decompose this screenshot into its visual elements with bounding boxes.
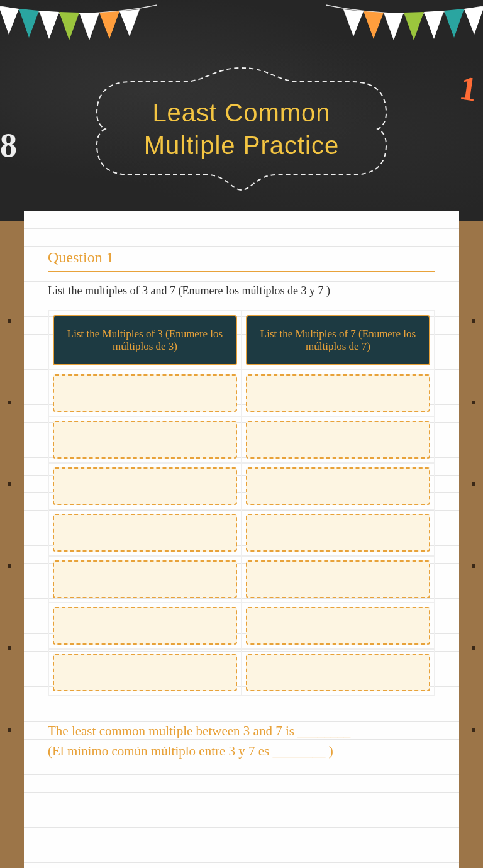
input-cell[interactable] xyxy=(246,374,430,412)
svg-marker-4 xyxy=(79,13,99,40)
input-cell[interactable] xyxy=(53,607,237,645)
bunting-right-icon xyxy=(326,0,483,57)
svg-marker-13 xyxy=(343,9,364,36)
page-title: Least Common Multiple Practice xyxy=(87,63,396,195)
svg-marker-7 xyxy=(464,6,483,35)
answer-line-es: (El mínimo común múltiplo entre 3 y 7 es… xyxy=(48,742,435,762)
svg-marker-3 xyxy=(59,12,79,40)
worksheet-paper: Question 1 List the multiples of 3 and 7… xyxy=(24,211,459,868)
column-header-3: List the Multiples of 3 (Enumere los múl… xyxy=(53,315,237,365)
bunting-left-icon xyxy=(0,0,157,57)
svg-marker-6 xyxy=(119,9,140,36)
svg-marker-11 xyxy=(384,13,404,40)
input-cell[interactable] xyxy=(53,560,237,598)
svg-marker-8 xyxy=(444,9,464,38)
input-cell[interactable] xyxy=(53,514,237,552)
answer-line-en: The least common multiple between 3 and … xyxy=(48,721,435,742)
input-cell[interactable] xyxy=(53,421,237,459)
svg-marker-12 xyxy=(364,11,384,39)
title-frame: Least Common Multiple Practice xyxy=(87,63,396,195)
column-header-7: List the Multiples of 7 (Enumere los múl… xyxy=(246,315,430,365)
answer-prompt: The least common multiple between 3 and … xyxy=(48,721,435,761)
svg-marker-2 xyxy=(39,11,59,39)
svg-marker-0 xyxy=(0,6,19,35)
svg-marker-9 xyxy=(424,11,444,39)
input-cell[interactable] xyxy=(246,607,430,645)
input-cell[interactable] xyxy=(53,374,237,412)
question-prompt: List the multiples of 3 and 7 (Enumere l… xyxy=(48,284,435,298)
input-cell[interactable] xyxy=(246,421,430,459)
multiples-table: List the Multiples of 3 (Enumere los múl… xyxy=(48,310,435,696)
decoration-number-1: 1 xyxy=(457,68,479,109)
decoration-number-8: 8 xyxy=(0,126,17,165)
svg-marker-1 xyxy=(19,9,39,38)
chalkboard-header: 8 1 Least Common Multiple Practice xyxy=(0,0,483,221)
svg-marker-10 xyxy=(404,12,424,40)
input-cell[interactable] xyxy=(246,514,430,552)
input-cell[interactable] xyxy=(246,654,430,691)
svg-marker-5 xyxy=(99,11,119,39)
input-cell[interactable] xyxy=(53,467,237,505)
input-cell[interactable] xyxy=(246,467,430,505)
input-cell[interactable] xyxy=(53,654,237,691)
input-cell[interactable] xyxy=(246,560,430,598)
question-label: Question 1 xyxy=(48,249,435,272)
